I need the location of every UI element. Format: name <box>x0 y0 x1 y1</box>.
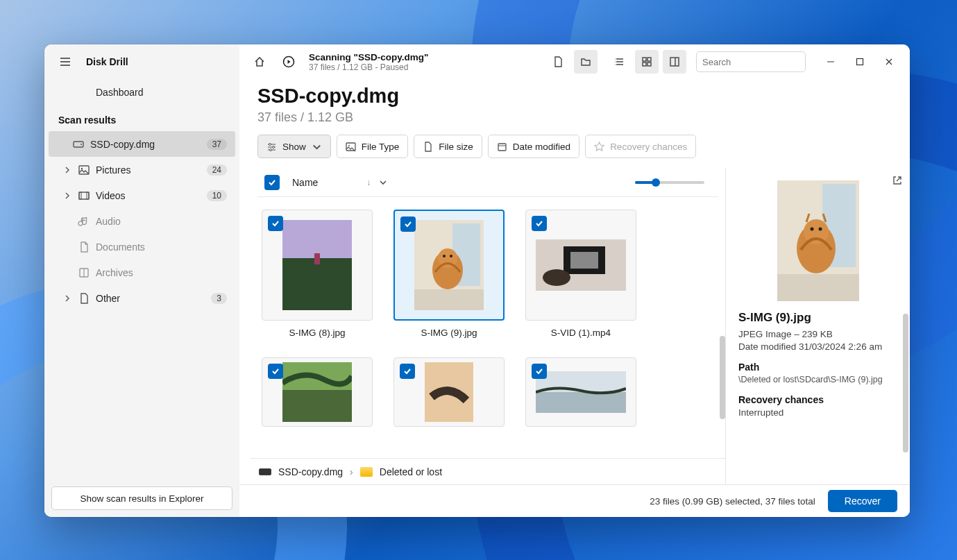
sidebar-item-archives[interactable]: Archives <box>49 260 235 285</box>
svg-rect-11 <box>647 58 651 61</box>
home-icon <box>253 56 266 68</box>
folder-icon <box>360 467 373 477</box>
maximize-icon <box>856 58 864 66</box>
breadcrumb-leaf[interactable]: Deleted or lost <box>380 466 442 477</box>
breadcrumb-root[interactable]: SSD-copy.dmg <box>278 466 343 477</box>
file-icon <box>78 292 90 305</box>
image-thumbnail <box>282 220 352 310</box>
sidebar-item-dashboard[interactable]: Dashboard <box>49 79 235 105</box>
sidebar-item-label: Archives <box>96 267 227 278</box>
video-icon <box>78 189 90 202</box>
check-icon <box>534 219 544 228</box>
play-resume-button[interactable] <box>277 50 300 74</box>
topbar: Scanning "SSD-copy.dmg" 37 files / 1.12 … <box>239 44 910 79</box>
folder-icon <box>580 56 591 67</box>
file-thumb[interactable] <box>393 357 505 427</box>
page-title: SSD-copy.dmg <box>257 85 892 108</box>
sliders-icon <box>266 142 277 152</box>
hamburger-menu[interactable] <box>56 52 75 71</box>
filter-recovery-chances[interactable]: Recovery chances <box>585 135 696 158</box>
view-panel-button[interactable] <box>663 50 686 74</box>
file-grid: S-IMG (8).jpg S-IMG (9).jpg <box>257 210 718 427</box>
chip-label: Recovery chances <box>610 142 687 152</box>
disk-icon <box>72 138 85 151</box>
scrollbar[interactable] <box>720 336 725 419</box>
show-in-explorer-button[interactable]: Show scan results in Explorer <box>51 486 232 510</box>
minimize-button[interactable] <box>818 51 843 72</box>
file-checkbox[interactable] <box>268 216 283 231</box>
svg-point-24 <box>348 145 350 146</box>
search-input[interactable] <box>702 57 819 67</box>
maximize-button[interactable] <box>847 51 872 72</box>
file-checkbox[interactable] <box>400 364 415 379</box>
file-thumb[interactable] <box>393 210 505 321</box>
filter-date-modified[interactable]: Date modified <box>488 135 579 158</box>
app-title: Disk Drill <box>86 56 128 67</box>
view-grid-button[interactable] <box>635 50 659 74</box>
detail-file-name: S-IMG (9).jpg <box>738 311 897 325</box>
file-thumb[interactable] <box>525 210 636 321</box>
svg-rect-12 <box>643 62 646 66</box>
open-external-button[interactable] <box>892 175 903 186</box>
sidebar-item-videos[interactable]: Videos 10 <box>49 183 235 208</box>
sort-down-icon: ↓ <box>366 178 371 187</box>
view-list-button[interactable] <box>607 50 631 74</box>
home-button[interactable] <box>248 50 271 74</box>
recover-button[interactable]: Recover <box>828 490 897 512</box>
sidebar-item-other[interactable]: Other 3 <box>49 285 235 311</box>
search-box[interactable] <box>696 51 806 72</box>
svg-point-21 <box>273 146 275 148</box>
chevron-right-icon <box>62 165 72 175</box>
zoom-slider[interactable] <box>635 181 704 184</box>
svg-point-36 <box>450 255 452 257</box>
status-subtitle: 37 files / 1.12 GB - Paused <box>309 62 428 72</box>
image-thumbnail <box>425 362 473 422</box>
sidebar-item-audio[interactable]: Audio <box>49 208 235 234</box>
scrollbar[interactable] <box>903 314 908 452</box>
image-thumbnail <box>414 220 484 310</box>
file-checkbox[interactable] <box>268 364 283 379</box>
sidebar-item-label: Dashboard <box>96 87 144 98</box>
image-thumbnail <box>536 371 626 413</box>
sidebar-item-ssd-copy[interactable]: SSD-copy.dmg 37 <box>49 131 235 157</box>
file-checkbox[interactable] <box>532 216 547 231</box>
file-name: S-IMG (9).jpg <box>421 328 477 338</box>
chevron-right-icon <box>62 191 72 201</box>
file-thumb[interactable] <box>262 210 373 321</box>
view-folder-button[interactable] <box>574 50 598 74</box>
sidebar-item-pictures[interactable]: Pictures 24 <box>49 157 235 183</box>
check-icon <box>403 366 412 376</box>
page-subtitle: 37 files / 1.12 GB <box>257 110 892 125</box>
sidebar-item-label: Videos <box>96 190 201 201</box>
file-checkbox[interactable] <box>400 217 416 232</box>
chip-label: Date modified <box>513 142 570 152</box>
filter-file-size[interactable]: File size <box>414 135 482 158</box>
svg-rect-25 <box>498 144 506 151</box>
svg-rect-42 <box>282 390 352 422</box>
file-checkbox[interactable] <box>532 364 547 379</box>
file-thumb[interactable] <box>525 357 636 427</box>
column-name[interactable]: Name ↓ <box>288 177 371 188</box>
app-window: Disk Drill Dashboard Scan results SSD-co… <box>44 44 910 517</box>
filter-show[interactable]: Show <box>257 135 331 158</box>
view-file-button[interactable] <box>546 50 570 74</box>
main-area: Scanning "SSD-copy.dmg" 37 files / 1.12 … <box>239 44 910 517</box>
filter-file-type[interactable]: File Type <box>337 135 409 158</box>
chevron-right-icon <box>62 294 72 303</box>
check-icon <box>267 178 277 187</box>
svg-point-51 <box>810 228 813 231</box>
select-all-checkbox[interactable] <box>264 175 280 190</box>
close-button[interactable] <box>876 51 901 72</box>
statusbar: 23 files (0.99 GB) selected, 37 files to… <box>239 484 910 517</box>
sidebar-item-label: Other <box>96 293 205 304</box>
detail-date-modified: Date modified 31/03/2024 2:26 am <box>738 341 897 352</box>
svg-point-35 <box>443 255 446 257</box>
slider-knob[interactable] <box>652 178 660 187</box>
play-icon <box>282 56 295 68</box>
file-thumb[interactable] <box>262 357 373 427</box>
picture-icon <box>78 164 90 176</box>
column-dropdown[interactable] <box>379 178 387 187</box>
menu-icon <box>59 56 71 68</box>
sidebar-item-documents[interactable]: Documents <box>49 234 235 260</box>
detail-type-size: JPEG Image – 239 KB <box>738 329 897 339</box>
